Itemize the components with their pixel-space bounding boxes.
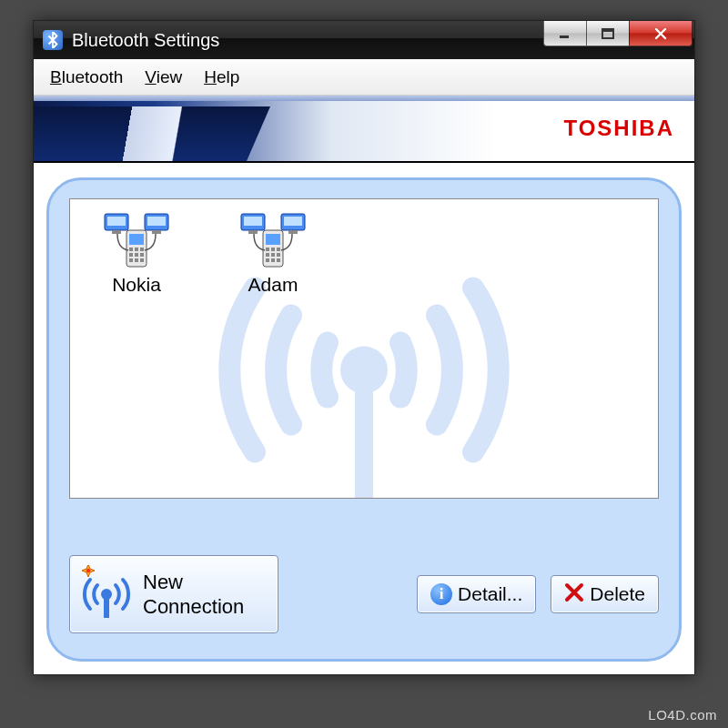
delete-label: Delete [590, 583, 645, 605]
phone-network-icon [101, 212, 172, 270]
menu-help[interactable]: Help [193, 64, 250, 91]
svg-rect-31 [271, 248, 275, 251]
laptop-graphic [34, 106, 270, 161]
main-panel: Nokia [46, 177, 682, 662]
svg-rect-9 [147, 217, 166, 226]
brand-banner: TOSHIBA [34, 96, 694, 163]
detail-label: Detail... [458, 583, 522, 605]
svg-rect-34 [271, 253, 275, 257]
svg-rect-13 [129, 248, 133, 251]
window-controls [544, 21, 693, 46]
detail-button[interactable]: i Detail... [417, 575, 536, 613]
svg-rect-2 [602, 29, 613, 32]
svg-rect-33 [266, 253, 269, 257]
close-button[interactable] [629, 21, 693, 46]
maximize-button[interactable] [586, 21, 630, 46]
svg-rect-37 [271, 258, 275, 262]
svg-rect-40 [104, 596, 109, 618]
svg-rect-24 [248, 230, 258, 234]
menu-view[interactable]: View [134, 64, 193, 91]
button-row: NewConnection i Detail... Delete [69, 555, 659, 633]
svg-rect-6 [107, 217, 126, 226]
bluetooth-icon [43, 30, 63, 50]
info-icon: i [430, 583, 452, 605]
app-window: Bluetooth Settings Bluetooth View Help T… [33, 20, 695, 675]
svg-rect-36 [266, 258, 269, 262]
svg-rect-4 [355, 379, 373, 499]
antenna-spark-icon [81, 565, 132, 624]
new-connection-label: NewConnection [143, 570, 244, 620]
svg-rect-29 [266, 234, 280, 245]
titlebar[interactable]: Bluetooth Settings [34, 21, 694, 59]
svg-rect-20 [135, 258, 138, 262]
svg-rect-21 [140, 258, 144, 262]
svg-rect-35 [277, 253, 280, 257]
svg-rect-32 [277, 248, 280, 251]
svg-rect-14 [135, 248, 138, 251]
device-item[interactable]: Adam [223, 212, 323, 296]
svg-rect-26 [284, 217, 302, 226]
new-connection-button[interactable]: NewConnection [69, 555, 278, 633]
svg-rect-17 [135, 253, 138, 257]
svg-point-41 [86, 568, 90, 571]
delete-x-icon [564, 582, 584, 607]
svg-rect-16 [129, 253, 133, 257]
svg-rect-19 [129, 258, 133, 262]
brand-label: TOSHIBA [563, 116, 674, 141]
menubar: Bluetooth View Help [34, 59, 694, 96]
phone-network-icon [238, 212, 308, 270]
device-label: Nokia [112, 274, 161, 296]
svg-rect-38 [277, 258, 280, 262]
svg-rect-15 [140, 248, 144, 251]
device-list[interactable]: Nokia [69, 198, 659, 499]
page-watermark: LO4D.com [648, 707, 717, 723]
svg-rect-7 [112, 230, 121, 234]
delete-button[interactable]: Delete [551, 575, 659, 613]
minimize-button[interactable] [543, 21, 587, 46]
svg-rect-10 [152, 230, 161, 234]
svg-rect-27 [288, 230, 298, 234]
device-label: Adam [248, 274, 298, 296]
window-title: Bluetooth Settings [72, 30, 219, 51]
menu-bluetooth[interactable]: Bluetooth [39, 64, 134, 91]
svg-rect-12 [129, 234, 144, 245]
svg-rect-0 [560, 35, 569, 38]
svg-rect-23 [244, 217, 262, 226]
svg-point-3 [340, 347, 388, 394]
svg-rect-18 [140, 253, 144, 257]
svg-rect-30 [266, 248, 269, 251]
device-item[interactable]: Nokia [86, 212, 187, 296]
